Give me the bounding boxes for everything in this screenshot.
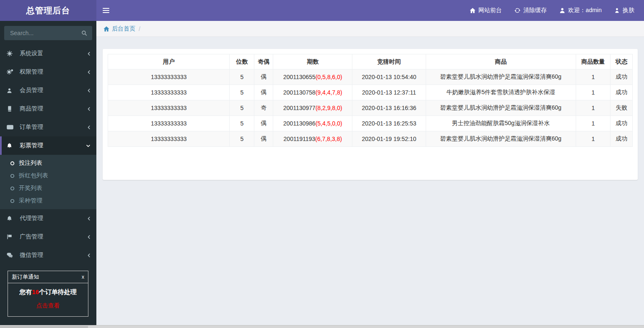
nav-item-change-skin[interactable]: 换肤: [608, 0, 641, 21]
search-button[interactable]: [81, 30, 87, 36]
column-header-digits: 位数: [230, 54, 254, 69]
breadcrumb-home[interactable]: 后台首页: [103, 25, 135, 33]
cell-user: 13333333333: [108, 100, 230, 116]
column-header-qty: 商品数量: [576, 54, 610, 69]
nav-item-site-front[interactable]: 网站前台: [463, 0, 508, 21]
submenu-item-label: 开奖列表: [19, 184, 42, 192]
cell-status: 成功: [610, 131, 633, 147]
column-header-time: 竞猜时间: [352, 54, 426, 69]
sidebar-item-products[interactable]: 商品管理: [0, 100, 96, 118]
submenu-item-red-packet-list[interactable]: 拆红包列表: [0, 169, 96, 182]
table-header-row: 用户 位数 奇偶 期数 竞猜时间 商品 商品数量 状态: [108, 54, 633, 69]
cell-parity: 偶: [254, 85, 273, 100]
gear-icon: [7, 51, 17, 56]
horizontal-scrollbar[interactable]: [0, 325, 644, 328]
sidebar-item-label: 系统设置: [20, 50, 43, 57]
cell-product: 碧素堂婴儿肌水润幼滑护足霜滋润保湿清爽60g: [426, 100, 576, 116]
submenu-item-draw-list[interactable]: 开奖列表: [0, 182, 96, 195]
notification-header: 新订单通知 x: [8, 271, 88, 283]
cell-parity: 偶: [254, 116, 273, 131]
cell-qty: 1: [576, 69, 610, 85]
flag-icon: [7, 234, 17, 240]
winning-numbers: (0,5,8,6,0): [316, 74, 342, 80]
cell-digits: 5: [230, 116, 254, 131]
cell-status: 成功: [610, 69, 633, 85]
cell-time: 2020-01-19 19:52:10: [352, 131, 426, 147]
column-header-user: 用户: [108, 54, 230, 69]
sidebar-toggle-button[interactable]: [96, 0, 116, 21]
cell-user: 13333333333: [108, 85, 230, 100]
cell-qty: 1: [576, 100, 610, 116]
cell-digits: 5: [230, 100, 254, 116]
app-title[interactable]: 总管理后台: [0, 0, 96, 21]
breadcrumb-home-label[interactable]: 后台首页: [112, 25, 135, 33]
sidebar: 系统设置 权限管理 会员管理: [0, 21, 96, 325]
sidebar-item-members[interactable]: 会员管理: [0, 81, 96, 100]
view-orders-link[interactable]: 点击查看: [8, 297, 88, 316]
sidebar-item-label: 订单管理: [20, 123, 43, 131]
cell-product: 男士控油劲能醒肤霜50g滋润保湿补水: [426, 116, 576, 131]
cell-user: 13333333333: [108, 131, 230, 147]
sidebar-item-system-settings[interactable]: 系统设置: [0, 44, 96, 63]
sidebar-item-agents[interactable]: 代理管理: [0, 209, 96, 228]
nav-item-welcome-admin[interactable]: 欢迎：admin: [553, 0, 608, 21]
pending-order-count: 16: [32, 288, 39, 295]
bell-icon: [7, 143, 17, 149]
breadcrumb: 后台首页 /: [96, 21, 644, 37]
sidebar-item-wechat[interactable]: 微信管理: [0, 246, 96, 264]
search-icon: [81, 30, 87, 36]
home-icon: [470, 8, 476, 13]
sidebar-item-ads[interactable]: 广告管理: [0, 228, 96, 246]
top-header: 总管理后台 网站前台 清除缓存: [0, 0, 644, 21]
sidebar-menu: 系统设置 权限管理 会员管理: [0, 44, 96, 264]
hamburger-icon: [103, 10, 109, 11]
lottery-submenu-wrap: 投注列表 拆红包列表 开奖列表: [0, 155, 96, 209]
sidebar-item-lottery[interactable]: 彩票管理: [0, 136, 96, 155]
column-header-product: 商品: [426, 54, 576, 69]
cell-qty: 1: [576, 85, 610, 100]
sidebar-item-label: 微信管理: [20, 251, 43, 259]
column-header-parity: 奇偶: [254, 54, 273, 69]
home-icon: [103, 26, 109, 32]
cell-status: 失败: [610, 100, 633, 116]
nav-item-label: 换肤: [623, 7, 634, 14]
cell-period: 2001130655(0,5,8,6,0): [273, 69, 352, 85]
sidebar-search-box: [4, 26, 92, 40]
cogs-icon: [7, 69, 17, 75]
cell-product: 碧素堂婴儿肌水润幼滑护足霜滋润保湿清爽60g: [426, 69, 576, 85]
cell-time: 2020-01-13 10:54:40: [352, 69, 426, 85]
chevron-down-icon: [86, 144, 91, 147]
chevron-left-icon: [88, 88, 91, 93]
close-icon[interactable]: x: [82, 274, 84, 279]
sidebar-item-label: 代理管理: [20, 215, 43, 222]
chevron-left-icon: [88, 235, 91, 239]
circle-icon: [10, 199, 15, 203]
notification-message-prefix: 您有: [19, 288, 32, 295]
chevron-left-icon: [88, 125, 91, 130]
cell-time: 2020-01-13 16:16:36: [352, 100, 426, 116]
circle-icon: [10, 186, 15, 191]
submenu-item-bet-list[interactable]: 投注列表: [0, 157, 96, 169]
submenu-item-label: 采种管理: [19, 197, 42, 205]
table-row: 133333333335偶2001130986(5,4,5,0,0)2020-0…: [108, 116, 633, 131]
submenu-item-seed-management[interactable]: 采种管理: [0, 195, 96, 207]
cell-product: 碧素堂婴儿肌水润幼滑护足霜滋润保湿清爽60g: [426, 131, 576, 147]
sidebar-item-orders[interactable]: 订单管理: [0, 118, 96, 136]
chevron-left-icon: [88, 107, 91, 111]
book-icon: [7, 106, 17, 112]
scrollbar-thumb[interactable]: [0, 326, 88, 328]
winning-numbers: (8,2,9,8,0): [316, 105, 342, 111]
cell-time: 2020-01-13 12:37:11: [352, 85, 426, 100]
submenu-item-label: 投注列表: [19, 159, 42, 167]
comments-icon: [7, 253, 17, 258]
bet-table: 用户 位数 奇偶 期数 竞猜时间 商品 商品数量 状态 133333333335…: [108, 54, 633, 147]
nav-item-clear-cache[interactable]: 清除缓存: [508, 0, 553, 21]
hamburger-icon: [103, 8, 109, 9]
chevron-left-icon: [88, 70, 91, 74]
cell-qty: 1: [576, 131, 610, 147]
sidebar-item-label: 彩票管理: [20, 142, 43, 149]
sidebar-item-permissions[interactable]: 权限管理: [0, 63, 96, 81]
skin-icon: [614, 8, 620, 13]
cell-period: 2001130986(5,4,5,0,0): [273, 116, 352, 131]
search-input[interactable]: [9, 29, 79, 37]
